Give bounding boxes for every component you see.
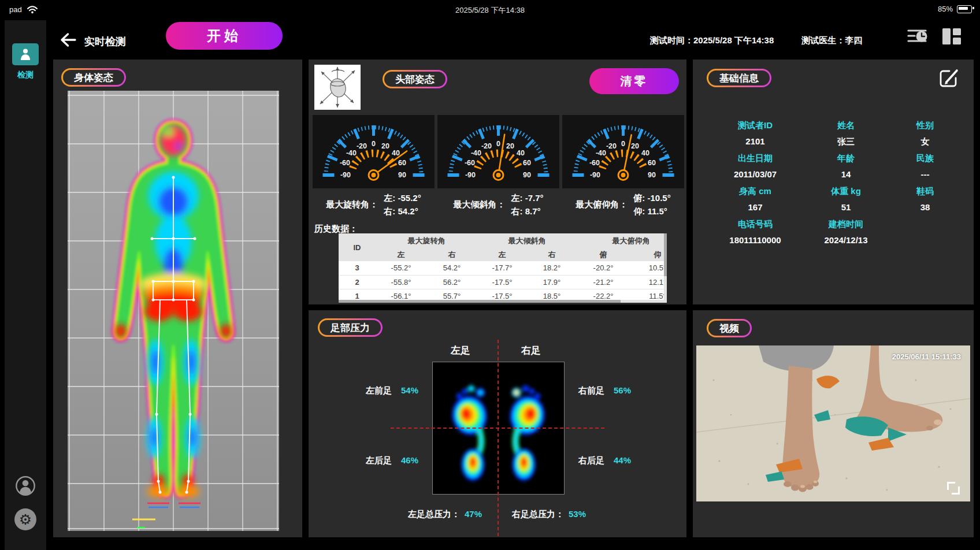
edit-pencil-icon — [938, 66, 961, 90]
field-height: 身高 cm167 — [706, 184, 805, 217]
field-gender: 性别女 — [887, 118, 963, 151]
svg-text:40: 40 — [641, 149, 649, 157]
gauge-major-ticks — [323, 125, 425, 175]
body-thermal-image — [68, 91, 279, 531]
col-left1: 左 — [376, 248, 426, 261]
head-angle-gauge-dial: -90 -60 -40 -20 0 20 40 60 90 — [562, 115, 684, 188]
gauge-pitch: -90 -60 -40 -20 0 20 40 60 90 — [562, 115, 684, 188]
table-vertical-scrollbar[interactable] — [664, 233, 667, 303]
sidebar: 检测 ⚙ — [5, 20, 46, 550]
layout-view-button[interactable] — [941, 27, 963, 46]
table-row: 3 -55.2°54.2° -17.7°18.2° -20.2°10.5° — [339, 261, 667, 275]
status-datetime: 2025/5/28 下午14:38 — [0, 5, 980, 16]
left-foot-label: 左足 — [451, 344, 470, 357]
history-records-button[interactable] — [907, 27, 929, 46]
video-panel: 视频 — [693, 310, 974, 537]
status-bar: pad 2025/5/28 下午14:38 85% — [0, 0, 980, 20]
svg-text:0: 0 — [372, 140, 376, 148]
left-rearfoot-stat: 左后足46% — [366, 455, 418, 466]
gauge-pivot-dot — [621, 173, 626, 177]
app-root: pad 2025/5/28 下午14:38 85% 检测 — [0, 0, 980, 550]
foot-pressure-badge: 足部压力 — [318, 318, 383, 337]
body-posture-panel: 身体姿态 — [53, 60, 302, 537]
gauge-inner-orange-arc — [352, 153, 394, 168]
field-name: 姓名张三 — [805, 118, 887, 151]
right-forefoot-stat: 右前足56% — [578, 385, 631, 396]
svg-text:-90: -90 — [340, 171, 351, 179]
head-axes-thumbnail — [314, 65, 361, 110]
header-meta: 测试时间：2025/5/28 下午14:38 测试医生：李四 — [650, 35, 862, 46]
col-group-rotation: 最大旋转角 — [376, 233, 477, 248]
test-time: 测试时间：2025/5/28 下午14:38 — [650, 35, 774, 46]
settings-button[interactable]: ⚙ — [14, 508, 36, 530]
gauge-major-ticks — [448, 125, 550, 175]
col-down: 俯 — [577, 248, 630, 261]
right-total-pressure: 右足总压力：53% — [512, 509, 586, 520]
svg-text:40: 40 — [392, 149, 400, 157]
video-timestamp: 2025/06/11 15:11:33 — [892, 352, 961, 361]
start-button[interactable]: 开始 — [166, 22, 283, 50]
field-age: 年龄14 — [805, 151, 887, 184]
reading-rotation: 最大旋转角： 左: -55.2°右: 54.2° — [313, 191, 435, 218]
table-row: 2 -55.8°56.2° -17.5°17.9° -21.2°12.1° — [339, 275, 667, 289]
svg-text:60: 60 — [398, 159, 406, 167]
fullscreen-expand-icon[interactable] — [947, 482, 960, 495]
svg-text:0: 0 — [621, 140, 625, 148]
col-left2: 左 — [477, 248, 527, 261]
user-icon — [14, 475, 36, 497]
svg-text:-40: -40 — [471, 149, 481, 157]
left-total-pressure: 左足总压力：47% — [408, 509, 482, 520]
head-posture-badge: 头部姿态 — [383, 70, 447, 88]
basic-info-panel: 基础信息 测试者ID2101 姓名张三 性别女 出生日期2011/03/07 年… — [693, 60, 974, 304]
foot-pressure-panel: 足部压力 左足 右足 — [309, 310, 686, 537]
svg-text:-20: -20 — [606, 142, 617, 150]
edit-info-button[interactable] — [938, 66, 961, 90]
head-angle-gauge-dial: -90 -60 -40 -20 0 20 40 60 90 — [313, 115, 435, 188]
clear-button[interactable]: 清零 — [589, 68, 679, 94]
gauge-inner-orange-arc — [602, 153, 644, 168]
gauge-major-ticks — [573, 125, 674, 175]
field-weight: 体重 kg51 — [805, 184, 887, 217]
col-id: ID — [339, 233, 376, 261]
svg-text:-20: -20 — [481, 142, 492, 150]
gauge-tilt: -90 -60 -40 -20 0 20 40 60 90 — [437, 115, 559, 188]
battery-percent: 85% — [938, 5, 953, 13]
col-group-tilt: 最大倾斜角 — [477, 233, 577, 248]
svg-text:-20: -20 — [357, 142, 367, 150]
history-list-clock-icon — [907, 27, 929, 46]
basic-info-badge: 基础信息 — [707, 69, 771, 87]
test-doctor: 测试医生：李四 — [801, 35, 862, 46]
col-right2: 右 — [527, 248, 577, 261]
back-button[interactable] — [58, 31, 77, 49]
svg-text:60: 60 — [648, 159, 656, 167]
field-phone: 电话号码18011110000 — [706, 217, 805, 250]
col-group-pitch: 最大俯仰角 — [577, 233, 667, 248]
svg-text:60: 60 — [523, 159, 531, 167]
user-avatar-button[interactable] — [14, 475, 36, 497]
svg-text:0: 0 — [496, 140, 500, 148]
svg-text:90: 90 — [648, 171, 656, 179]
svg-text:-90: -90 — [465, 171, 476, 179]
sidebar-detect-label: 检测 — [5, 70, 46, 80]
left-forefoot-stat: 左前足54% — [366, 385, 418, 396]
person-icon — [18, 47, 32, 61]
sidebar-item-detect[interactable] — [12, 43, 39, 65]
gear-icon: ⚙ — [19, 512, 32, 527]
battery-icon — [957, 5, 972, 13]
field-record-date: 建档时间2024/12/13 — [805, 217, 887, 250]
right-rearfoot-stat: 右后足44% — [578, 455, 631, 466]
video-badge: 视频 — [707, 319, 752, 337]
body-posture-badge: 身体姿态 — [61, 68, 126, 87]
history-table: ID 最大旋转角 最大倾斜角 最大俯仰角 左 右 左 右 俯 仰 3 -55.2… — [339, 233, 667, 303]
svg-text:20: 20 — [506, 142, 514, 150]
field-tester-id: 测试者ID2101 — [706, 118, 805, 151]
svg-text:90: 90 — [523, 171, 531, 179]
svg-text:40: 40 — [517, 149, 525, 157]
dashboard-layout-icon — [941, 27, 963, 46]
table-horizontal-scrollbar[interactable] — [339, 300, 667, 303]
svg-text:20: 20 — [631, 142, 639, 150]
back-arrow-icon — [58, 31, 77, 49]
field-birthdate: 出生日期2011/03/07 — [706, 151, 805, 184]
right-foot-label: 右足 — [521, 344, 541, 357]
svg-text:90: 90 — [398, 171, 406, 179]
